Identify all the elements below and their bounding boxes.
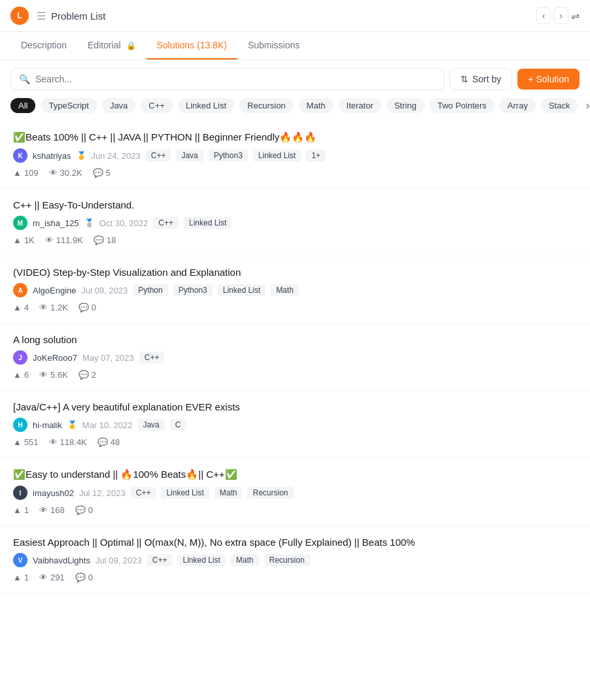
comment-stat: 💬 2 [78,370,96,380]
avatar: K [13,148,27,163]
search-input[interactable] [35,74,436,84]
solution-title[interactable]: ✅Easy to understand || 🔥100% Beats🔥|| C+… [13,469,577,480]
solution-tag[interactable]: C++ [139,352,165,363]
tab-submissions[interactable]: Submissions [237,32,310,59]
solution-stats: ▲ 1 👁 168 💬 0 [13,505,577,515]
solution-tag[interactable]: C++ [153,217,179,229]
solution-tag[interactable]: Linked List [184,217,232,229]
filter-tag-recursion[interactable]: Recursion [239,98,294,113]
solution-tag[interactable]: C++ [147,554,173,566]
solution-tag[interactable]: Linked List [253,150,301,161]
solution-item: (VIDEO) Step-by-Step Visualization and E… [0,256,590,324]
solution-tag[interactable]: C++ [146,150,171,161]
solution-tag[interactable]: Linked List [218,284,266,296]
upvote-icon: ▲ [13,437,22,447]
solution-tag[interactable]: Python [133,284,167,296]
solution-title[interactable]: A long solution [13,334,577,345]
upvote-icon: ▲ [13,573,22,582]
tab-editorial[interactable]: Editorial 🔒 [77,32,146,59]
solution-item: ✅Easy to understand || 🔥100% Beats🔥|| C+… [0,458,590,526]
toolbar: 🔍 ⇅ Sort by + Solution [0,60,590,98]
view-count: 1.2K [50,303,68,312]
solution-title[interactable]: C++ || Easy-To-Understand. [13,199,577,210]
comment-icon: 💬 [93,168,103,178]
comment-icon: 💬 [97,437,108,447]
filter-tag-iterator[interactable]: Iterator [339,98,381,113]
solution-tag[interactable]: Math [215,487,243,499]
solution-tag[interactable]: Math [271,284,299,296]
eye-icon: 👁 [39,303,48,312]
filter-tag-stack[interactable]: Stack [541,98,578,113]
comment-count: 5 [106,168,111,178]
upvote-stat: ▲ 551 [13,437,39,447]
tab-description[interactable]: Description [10,32,77,59]
upvote-count: 551 [24,437,39,447]
shuffle-button[interactable]: ⇌ [571,7,580,24]
sort-label: Sort by [472,74,501,84]
filter-tag-all[interactable]: All [10,98,35,113]
filter-tag-cpp[interactable]: C++ [141,98,173,113]
filter-tag-math[interactable]: Math [299,98,334,113]
author-name: kshatriyas [33,151,71,161]
solution-tag[interactable]: C++ [131,487,156,499]
filter-tag-string[interactable]: String [387,98,425,113]
comment-stat: 💬 0 [78,303,96,312]
upvote-count: 1 [24,573,29,582]
filter-tag-java[interactable]: Java [102,98,135,113]
solution-stats: ▲ 1 👁 291 💬 0 [13,573,577,582]
filter-more-button[interactable]: › [583,99,590,112]
filter-tag-typescript[interactable]: TypeScript [41,98,96,113]
filter-tag-linked-list[interactable]: Linked List [178,98,234,113]
comment-icon: 💬 [75,505,86,515]
solution-tag[interactable]: Linked List [161,487,209,499]
solution-tag[interactable]: Python3 [173,284,213,296]
view-count: 111.9K [56,235,83,245]
solution-meta: J JoKeRooo7 May 07, 2023 C++ [13,350,577,365]
solution-item: A long solution J JoKeRooo7 May 07, 2023… [0,324,590,391]
solution-tag[interactable]: Python3 [209,150,248,161]
solution-title[interactable]: Easiest Approach || Optimal || O(max(N, … [13,537,577,548]
comment-stat: 💬 0 [75,505,93,515]
avatar: J [13,350,27,365]
nav-next-button[interactable]: › [553,7,568,24]
solution-tag[interactable]: Recursion [247,487,293,499]
solution-title[interactable]: (VIDEO) Step-by-Step Visualization and E… [13,267,577,278]
solution-title[interactable]: [Java/C++] A very beautiful explanation … [13,401,577,412]
comment-count: 0 [88,573,93,582]
comment-icon: 💬 [94,235,104,245]
solution-meta: I imayush02 Jul 12, 2023 C++Linked ListM… [13,486,577,500]
upvote-icon: ▲ [13,370,22,380]
solution-tag[interactable]: 1+ [306,150,326,161]
solution-date: Jul 12, 2023 [79,488,126,498]
upvote-count: 1 [24,505,29,515]
solution-tag[interactable]: C [170,419,186,431]
solution-item: [Java/C++] A very beautiful explanation … [0,391,590,458]
upvote-icon: ▲ [13,303,22,312]
comment-count: 2 [92,370,96,380]
avatar: I [13,486,27,500]
eye-icon: 👁 [45,235,54,245]
filter-tag-array[interactable]: Array [500,98,536,113]
add-solution-button[interactable]: + Solution [517,69,580,90]
upvote-stat: ▲ 109 [13,168,39,178]
view-stat: 👁 118.4K [49,437,87,447]
solution-title[interactable]: ✅Beats 100% || C++ || JAVA || PYTHON || … [13,131,577,143]
solution-tag[interactable]: Java [137,419,164,431]
comment-icon: 💬 [75,573,86,582]
solution-tag[interactable]: Linked List [177,554,225,566]
solution-tag[interactable]: Math [231,554,259,566]
author-name: m_isha_125 [33,218,79,228]
filter-tag-two-pointers[interactable]: Two Pointers [430,98,495,113]
solution-stats: ▲ 6 👁 5.6K 💬 2 [13,370,577,380]
author-name: AlgoEngine [33,286,77,295]
upvote-count: 109 [24,168,39,178]
sort-button[interactable]: ⇅ Sort by [449,68,512,90]
solution-tag[interactable]: Recursion [264,554,310,566]
tab-solutions[interactable]: Solutions (13.8K) [147,32,237,59]
comment-icon: 💬 [78,303,89,312]
avatar: M [13,216,27,230]
solution-tag[interactable]: Java [176,150,203,161]
view-stat: 👁 111.9K [45,235,83,245]
nav-prev-button[interactable]: ‹ [536,7,551,24]
upvote-stat: ▲ 6 [13,370,29,380]
